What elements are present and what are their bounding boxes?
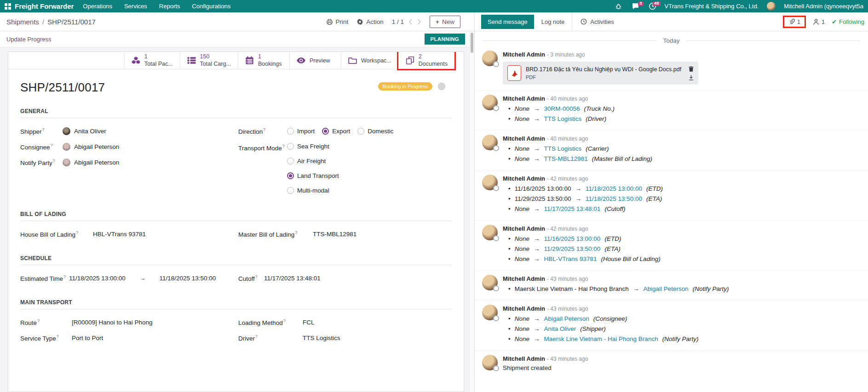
- message-author-name[interactable]: Mitchell Admin: [503, 305, 545, 312]
- change-line: •None→Maersk Line Vietnam - Hai Phong Br…: [504, 335, 861, 346]
- radio-option-export[interactable]: Export: [322, 124, 350, 138]
- change-line: •11/16/2025 13:00:00→11/18/2025 13:00:00…: [504, 185, 861, 195]
- message-author-name[interactable]: Mitchell Admin: [503, 355, 545, 362]
- house-bol-field[interactable]: HBL-VTrans 93781: [93, 231, 146, 238]
- attachment-card[interactable]: BRD.1716 Đặc tả Yêu cầu Nghiệp vụ WDI - …: [503, 62, 698, 85]
- company-name[interactable]: VTrans Freight & Shipping Co., Ltd.: [665, 3, 759, 10]
- cutoff-field[interactable]: 11/17/2025 13:48:01: [264, 275, 321, 282]
- change-new-value-link[interactable]: 11/16/2025 13:00:00: [544, 235, 601, 242]
- attachments-counter[interactable]: 1: [783, 16, 806, 28]
- nav-menu-reports[interactable]: Reports: [159, 3, 180, 10]
- message-header: Mitchell Admin- 43 minutes ago: [503, 305, 861, 313]
- notify-party-field[interactable]: Abigail Peterson: [63, 159, 119, 166]
- change-new-value-link[interactable]: Anita Oliver: [544, 325, 576, 332]
- stat-button-total-pac[interactable]: 1Total Pac...: [124, 52, 180, 69]
- change-new-value-link[interactable]: TTS Logistics: [544, 115, 582, 122]
- change-new-value-link[interactable]: HBL-VTrans 93781: [544, 256, 597, 262]
- master-bol-field[interactable]: TTS-MBL12981: [313, 231, 356, 238]
- radio-label: Domestic: [368, 128, 393, 135]
- stat-value: 1: [144, 53, 173, 61]
- message-body: Mitchell Admin- 3 minutes agoBRD.1716 Đặ…: [503, 51, 861, 88]
- message-author-name[interactable]: Mitchell Admin: [503, 51, 545, 58]
- delete-attachment-button[interactable]: [689, 66, 694, 72]
- stat-button-documents[interactable]: 2Documents: [398, 52, 454, 69]
- estimated-time-to-field[interactable]: 11/18/2025 13:50:00: [159, 275, 216, 282]
- following-button[interactable]: ✔ Following: [832, 18, 864, 25]
- change-old-value: None: [515, 105, 529, 112]
- message-author-name[interactable]: Mitchell Admin: [503, 135, 545, 142]
- change-old-value: None: [515, 235, 529, 242]
- change-new-value-link[interactable]: 11/18/2025 13:00:00: [586, 185, 642, 192]
- radio-option-sea-freight[interactable]: Sea Freight: [287, 139, 329, 153]
- change-arrow-icon: →: [534, 315, 540, 322]
- transport-mode-radio: [287, 187, 294, 194]
- bug-button[interactable]: [615, 2, 622, 10]
- change-old-value: Maersk Line Vietnam - Hai Phong Branch: [515, 285, 629, 292]
- driver-label: Driver?: [238, 334, 303, 342]
- message-author-name[interactable]: Mitchell Admin: [503, 175, 545, 182]
- breadcrumb-shipments[interactable]: Shipments: [6, 18, 39, 26]
- followers-counter[interactable]: 1: [813, 18, 825, 25]
- consignee-field[interactable]: Abigail Peterson: [63, 143, 119, 151]
- radio-option-multi-modal[interactable]: Multi-modal: [287, 183, 329, 198]
- log-note-button[interactable]: Log note: [534, 15, 572, 29]
- attachment-filename[interactable]: BRD.1716 Đặc tả Yêu cầu Nghiệp vụ WDI - …: [526, 66, 681, 73]
- chat-bubble-button[interactable]: 3: [632, 2, 639, 10]
- message-author-name[interactable]: Mitchell Admin: [503, 275, 545, 282]
- stat-button-preview[interactable]: Preview: [289, 52, 341, 69]
- radio-option-land-transport[interactable]: Land Transport: [287, 168, 339, 183]
- stage-badge-planning[interactable]: PLANNING: [425, 34, 465, 45]
- stat-button-total-carg[interactable]: 150Total Carg...: [180, 52, 238, 69]
- breadcrumb-separator: /: [42, 18, 44, 26]
- estimated-time-from-field[interactable]: 11/18/2025 13:00:00: [69, 275, 126, 282]
- radio-option-import[interactable]: Import: [287, 124, 315, 138]
- change-new-value-link[interactable]: 30RM-00056: [544, 105, 580, 112]
- stat-button-text: 1Bookings: [258, 53, 282, 68]
- stat-button-bookings[interactable]: 1Bookings: [238, 52, 289, 69]
- radio-label: Sea Freight: [297, 143, 329, 150]
- radio-option-air-freight[interactable]: Air Freight: [287, 153, 326, 168]
- change-new-value-link[interactable]: 11/29/2025 13:50:00: [544, 245, 601, 252]
- route-field[interactable]: [R00009] Hanoi to Hai Phong: [72, 319, 153, 326]
- update-progress-button[interactable]: Update Progress: [6, 36, 52, 43]
- paperclip-icon: [788, 18, 795, 25]
- message-author-name[interactable]: Mitchell Admin: [503, 95, 545, 102]
- message-author-name[interactable]: Mitchell Admin: [503, 225, 545, 232]
- radio-option-domestic[interactable]: Domestic: [357, 124, 393, 138]
- new-button[interactable]: + New: [430, 16, 460, 28]
- bullet-icon: •: [508, 325, 511, 332]
- shipper-avatar: [63, 127, 70, 135]
- nav-menu-services[interactable]: Services: [124, 3, 147, 10]
- kanban-state-dot[interactable]: [438, 83, 445, 90]
- change-new-value-link[interactable]: 11/17/2025 13:48:01: [544, 205, 601, 212]
- nav-menu-operations[interactable]: Operations: [83, 3, 112, 10]
- print-button[interactable]: Print: [326, 18, 349, 25]
- form-scrollbar[interactable]: [469, 31, 474, 392]
- user-menu[interactable]: Mitchell Admin (qynoeeqvyt5a: [784, 3, 863, 10]
- scrollbar-thumb[interactable]: [471, 33, 473, 53]
- breadcrumb-current: SHP/2511/0017: [47, 18, 96, 26]
- pager-previous-icon[interactable]: [408, 19, 413, 25]
- nav-menu-configurations[interactable]: Configurations: [192, 3, 230, 10]
- stat-button-workspac[interactable]: Workspac...: [341, 52, 398, 69]
- driver-field[interactable]: TTS Logistics: [303, 335, 340, 341]
- change-new-value-link[interactable]: Maersk Line Vietnam - Hai Phong Branch: [544, 335, 658, 342]
- change-new-value-link[interactable]: Abigail Peterson: [643, 285, 688, 292]
- change-field-name: (Truck No.): [584, 105, 615, 112]
- change-new-value-link[interactable]: TTS Logistics: [544, 145, 582, 152]
- send-message-button[interactable]: Send message: [481, 15, 534, 29]
- download-attachment-button[interactable]: [689, 75, 694, 80]
- action-button[interactable]: Action: [356, 18, 384, 25]
- loading-method-field[interactable]: FCL: [303, 319, 315, 326]
- user-avatar[interactable]: [767, 2, 776, 11]
- change-new-value-link[interactable]: Abigail Peterson: [544, 315, 589, 322]
- change-new-value-link[interactable]: TTS-MBL12981: [544, 155, 588, 162]
- app-switcher[interactable]: Freight Forwarder: [5, 2, 74, 10]
- pager-next-icon[interactable]: [417, 19, 421, 25]
- clock-button[interactable]: 48: [649, 2, 656, 10]
- shipper-field[interactable]: Anita Oliver: [63, 127, 106, 135]
- transport-mode-radio: [287, 143, 294, 150]
- service-type-field[interactable]: Port to Port: [72, 335, 103, 341]
- activities-button[interactable]: Activities: [572, 12, 622, 31]
- change-new-value-link[interactable]: 11/18/2025 13:50:00: [586, 195, 642, 202]
